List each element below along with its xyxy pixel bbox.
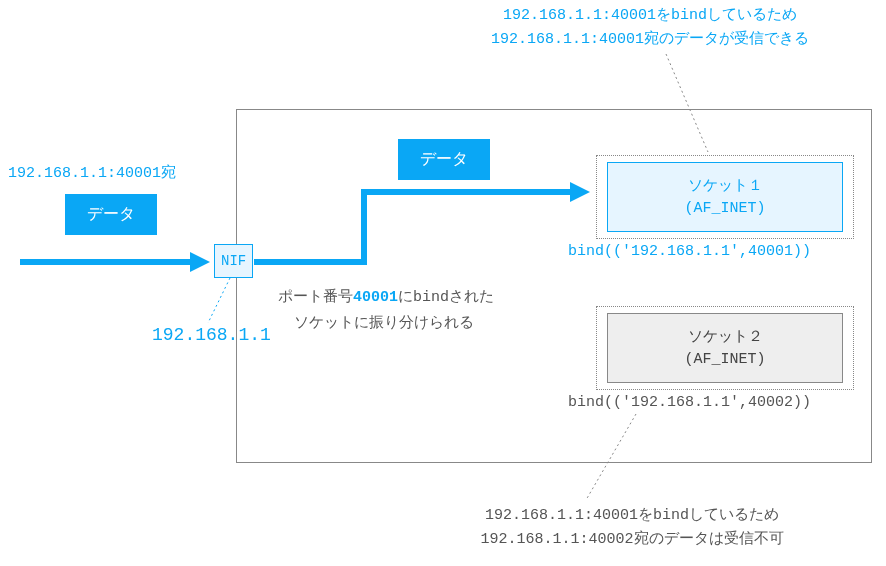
top-annotation: 192.168.1.1:40001をbindしているため 192.168.1.1… bbox=[440, 4, 860, 52]
top-annotation-line2: 192.168.1.1:40001宛のデータが受信できる bbox=[440, 28, 860, 52]
bottom-annotation-line2: 192.168.1.1:40002宛のデータは受信不可 bbox=[432, 528, 832, 552]
svg-line-5 bbox=[586, 414, 636, 500]
socket1-wrapper: ソケット１ (AF_INET) bbox=[596, 155, 854, 239]
socket1-box: ソケット１ (AF_INET) bbox=[607, 162, 843, 232]
nif-box: NIF bbox=[214, 244, 253, 278]
socket2-title: ソケット２ bbox=[636, 324, 814, 348]
bottom-annotation: 192.168.1.1:40001をbindしているため 192.168.1.1… bbox=[432, 504, 832, 552]
incoming-dest-label: 192.168.1.1:40001宛 bbox=[8, 163, 176, 182]
routing-note-line2: ソケットに振り分けられる bbox=[278, 310, 494, 334]
routing-arrow bbox=[254, 178, 594, 278]
connector-top bbox=[648, 54, 728, 154]
nif-ip-connector bbox=[200, 278, 260, 328]
socket2-family: (AF_INET) bbox=[636, 348, 814, 372]
svg-marker-3 bbox=[570, 182, 590, 202]
routing-note: ポート番号40001にbindされた ソケットに振り分けられる bbox=[278, 284, 494, 334]
socket1-family: (AF_INET) bbox=[636, 197, 814, 221]
routing-note-port: 40001 bbox=[353, 289, 398, 306]
routing-note-line1: ポート番号40001にbindされた bbox=[278, 284, 494, 310]
socket2-wrapper: ソケット２ (AF_INET) bbox=[596, 306, 854, 390]
svg-line-4 bbox=[666, 54, 708, 152]
socket2-bind: bind(('192.168.1.1',40002)) bbox=[568, 394, 811, 411]
connector-bottom bbox=[578, 414, 658, 504]
incoming-arrow bbox=[20, 252, 210, 282]
routing-note-prefix: ポート番号 bbox=[278, 287, 353, 304]
routing-note-suffix: にbindされた bbox=[398, 289, 494, 306]
socket2-box: ソケット２ (AF_INET) bbox=[607, 313, 843, 383]
top-annotation-line1: 192.168.1.1:40001をbindしているため bbox=[440, 4, 860, 28]
nif-ip-label: 192.168.1.1 bbox=[152, 325, 271, 345]
bottom-annotation-line1: 192.168.1.1:40001をbindしているため bbox=[432, 504, 832, 528]
svg-marker-1 bbox=[190, 252, 210, 272]
socket1-bind: bind(('192.168.1.1',40001)) bbox=[568, 243, 811, 260]
incoming-data-tag: データ bbox=[65, 194, 157, 235]
socket1-title: ソケット１ bbox=[636, 173, 814, 197]
inner-data-tag: データ bbox=[398, 139, 490, 180]
svg-line-2 bbox=[208, 278, 230, 323]
